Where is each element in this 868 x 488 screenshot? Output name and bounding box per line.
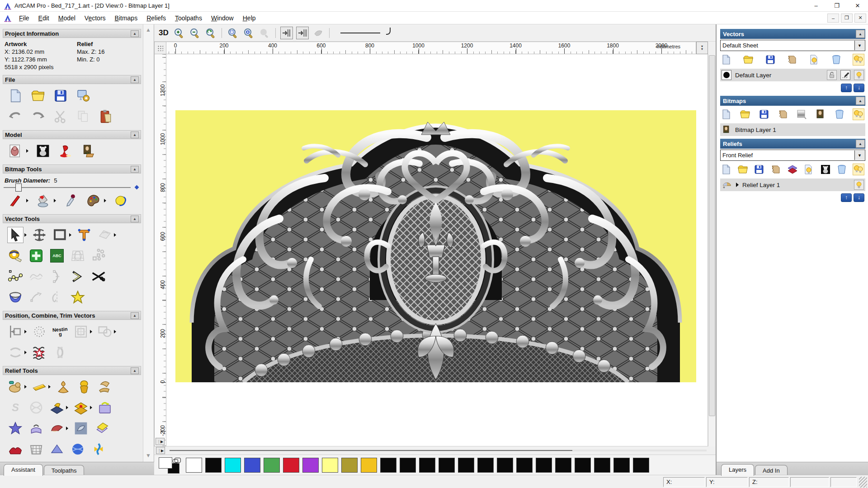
move-layer-up-icon[interactable]: ↑ <box>841 84 852 92</box>
palette-colour-swatch[interactable] <box>283 458 299 473</box>
menu-vectors[interactable]: Vectors <box>80 13 110 23</box>
scroll-down-icon[interactable]: ▼ <box>145 452 152 459</box>
zoom-previous-icon[interactable] <box>204 27 217 39</box>
palette-colour-swatch[interactable] <box>575 458 591 473</box>
node-editing-icon[interactable] <box>28 289 44 305</box>
interlocking-vectors-icon[interactable] <box>52 344 68 361</box>
paste-relief-icon[interactable] <box>94 420 110 436</box>
new-bitmap-layer-icon[interactable] <box>720 108 732 120</box>
zoom-in-icon[interactable] <box>173 27 185 39</box>
line-width-handle-icon[interactable] <box>386 28 391 35</box>
trim-vectors-icon[interactable] <box>90 268 107 285</box>
flyout-arrow-icon[interactable] <box>66 406 68 409</box>
bitmap-layer-row[interactable]: Bitmap Layer 1 <box>720 123 865 136</box>
paste-icon[interactable] <box>98 108 114 125</box>
sculpt-relief-icon[interactable] <box>7 379 24 395</box>
section-project-information[interactable]: Project Information ▲ <box>3 29 141 38</box>
weave-relief-icon[interactable] <box>28 399 44 416</box>
spin-relief-icon[interactable]: S <box>7 399 24 416</box>
menu-toolpaths[interactable]: Toolpaths <box>170 13 207 23</box>
create-text-icon[interactable] <box>76 227 92 243</box>
vector-sheet-dropdown[interactable]: Default Sheet ▼ <box>720 40 865 51</box>
move-layer-down-icon[interactable]: ↓ <box>854 84 864 92</box>
palette-colour-swatch[interactable] <box>536 458 552 473</box>
star-relief-icon[interactable] <box>7 420 24 436</box>
primary-secondary-colours[interactable] <box>158 456 181 474</box>
canvas-horizontal-scrollbar[interactable]: ⋮▶ <box>154 446 716 455</box>
save-vector-layer-icon[interactable] <box>764 54 776 66</box>
greyscale-relief-icon[interactable] <box>820 164 831 175</box>
collapse-arrow-icon[interactable]: ▲ <box>131 166 139 173</box>
relief-side-dropdown[interactable]: Front Relief ▼ <box>720 150 865 161</box>
open-bitmap-layer-icon[interactable] <box>739 108 751 120</box>
zoom-box-icon[interactable] <box>226 27 239 39</box>
flyout-arrow-icon[interactable] <box>90 330 92 333</box>
text-on-curve-icon[interactable] <box>31 324 47 340</box>
bitmaps-panel-header[interactable]: Bitmaps ▲ <box>720 96 865 106</box>
copy-icon[interactable] <box>75 108 91 125</box>
two-rail-sweep-icon[interactable] <box>76 379 92 395</box>
load-bitmap-icon[interactable] <box>80 143 96 159</box>
flyout-arrow-icon[interactable] <box>24 233 27 237</box>
hscroll-thumb[interactable] <box>170 450 572 451</box>
palette-colour-swatch[interactable] <box>205 458 222 473</box>
texture-sphere-icon[interactable] <box>70 441 86 457</box>
section-bitmap-tools[interactable]: Bitmap Tools ▲ <box>3 164 141 174</box>
menu-file[interactable]: File <box>14 13 34 23</box>
vector-library-icon[interactable]: ABC <box>49 248 65 264</box>
collapse-arrow-icon[interactable]: ▲ <box>131 131 139 138</box>
flyout-arrow-icon[interactable] <box>26 199 28 202</box>
palette-colour-swatch[interactable] <box>497 458 513 473</box>
bitmap-image-icon[interactable] <box>815 108 826 120</box>
flyout-arrow-icon[interactable] <box>104 199 106 202</box>
relief-layer-name[interactable]: Relief Layer 1 <box>742 182 850 188</box>
select-vectors-icon[interactable] <box>7 227 24 243</box>
palette-colour-swatch[interactable] <box>555 458 571 473</box>
collapse-arrow-icon[interactable]: ▲ <box>856 140 865 148</box>
move-layer-up-icon[interactable]: ↑ <box>841 193 852 202</box>
flyout-arrow-icon[interactable] <box>26 149 28 153</box>
bitmap-to-vector-icon[interactable] <box>113 192 129 209</box>
palette-colour-swatch[interactable] <box>613 458 630 473</box>
chevron-down-icon[interactable]: ▼ <box>854 41 864 50</box>
palette-colour-swatch[interactable] <box>439 458 455 473</box>
flip-relief-icon[interactable] <box>97 399 113 416</box>
create-polyline-icon[interactable] <box>7 268 24 285</box>
create-polyline-grid-icon[interactable] <box>28 248 44 264</box>
all-layers-visible-icon[interactable] <box>853 54 864 66</box>
isolate-relief-icon[interactable] <box>49 399 65 416</box>
create-rectangle-icon[interactable] <box>52 227 68 243</box>
collapse-arrow-icon[interactable]: ▲ <box>131 216 139 222</box>
palette-colour-swatch[interactable] <box>186 458 202 473</box>
merge-vector-layers-icon[interactable] <box>786 54 798 66</box>
section-relief-tools[interactable]: Relief Tools ▲ <box>3 366 141 375</box>
scroll-up-icon[interactable]: ▲ <box>145 26 152 33</box>
palette-colour-swatch[interactable] <box>322 458 338 473</box>
menu-bitmaps[interactable]: Bitmaps <box>110 13 142 23</box>
palette-colour-swatch[interactable] <box>458 458 474 473</box>
flyout-arrow-icon[interactable] <box>90 406 92 409</box>
merge-relief-layers-icon[interactable] <box>770 164 782 175</box>
flyout-arrow-icon[interactable] <box>24 330 27 333</box>
turn-relief-icon[interactable] <box>49 420 65 436</box>
palette-icon[interactable] <box>85 192 101 209</box>
ruler-flip-icon[interactable]: ⋮▶ <box>156 438 165 445</box>
flyout-arrow-icon[interactable] <box>24 385 27 389</box>
lock-layer-icon[interactable] <box>827 70 837 80</box>
smooth-relief-icon[interactable] <box>31 379 47 395</box>
collapse-arrow-icon[interactable]: ▲ <box>131 367 139 374</box>
vectors-panel-header[interactable]: Vectors ▲ <box>720 29 865 39</box>
palette-colour-swatch[interactable] <box>361 458 377 473</box>
minimize-button[interactable]: – <box>806 0 826 12</box>
block-copy-rotate-icon[interactable] <box>73 324 89 340</box>
section-file[interactable]: File ▲ <box>3 75 141 84</box>
ruler-options-chevron-icon[interactable]: ▼▼ <box>696 42 708 54</box>
palette-colour-swatch[interactable] <box>516 458 533 473</box>
restore-button[interactable]: ❐ <box>826 0 847 12</box>
mirror-vectors-icon[interactable] <box>49 289 65 305</box>
mdi-minimize-button[interactable]: – <box>827 14 839 23</box>
zero-relief-icon[interactable] <box>7 441 24 457</box>
greyscale-preview-icon[interactable] <box>796 108 807 120</box>
open-model-icon[interactable] <box>30 88 46 104</box>
expand-layer-icon[interactable] <box>736 183 739 187</box>
